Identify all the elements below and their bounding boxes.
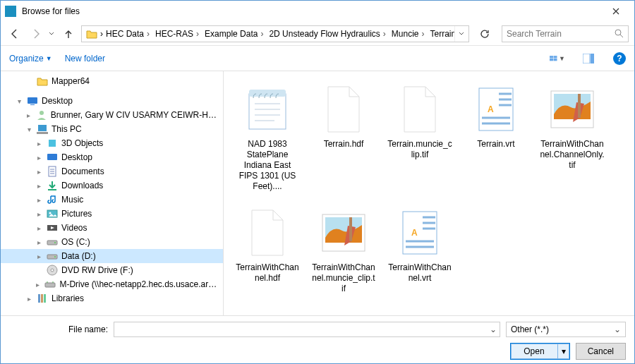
file-item[interactable]: ATerrainWithChannel.vrt — [385, 203, 455, 297]
expand-icon[interactable]: ▸ — [35, 196, 43, 204]
crumb[interactable]: 2D Unsteady Flow Hydraulics› — [266, 26, 388, 42]
tree-label: 3D Objects — [61, 138, 103, 148]
expand-icon[interactable]: ▸ — [25, 295, 33, 303]
file-label: NAD 1983 StatePlane Indiana East FIPS 13… — [235, 139, 300, 192]
tree-label: Desktop — [42, 96, 73, 106]
breadcrumb-dropdown[interactable] — [454, 26, 467, 42]
tree-item[interactable]: ▸3D Objects — [1, 136, 223, 150]
svg-point-0 — [615, 30, 621, 35]
drive-icon — [47, 250, 58, 262]
chevron-icon: › — [422, 29, 425, 39]
refresh-button[interactable] — [476, 25, 493, 42]
crumb[interactable]: Muncie› — [389, 26, 428, 42]
filename-input[interactable] — [117, 324, 490, 334]
breadcrumb-bar[interactable]: › HEC Data›HEC-RAS›Example Data›2D Unste… — [81, 25, 469, 42]
body: Mapper64▾Desktop▸Brunner, Gary W CIV USA… — [1, 71, 634, 315]
file-item[interactable]: ATerrain.vrt — [461, 80, 531, 195]
filename-combo[interactable]: ⌄ — [114, 322, 500, 337]
tree-item[interactable]: ▸Brunner, Gary W CIV USARMY CEIWR-HEC (U… — [1, 108, 223, 122]
image-thumb — [545, 83, 599, 136]
preview-pane-button[interactable] — [581, 51, 596, 66]
expand-icon[interactable]: ▸ — [35, 140, 43, 147]
tree-item[interactable]: ▸Downloads — [1, 178, 223, 193]
chevron-down-icon: ⌄ — [614, 324, 621, 334]
tree-item[interactable]: ▸M-Drive (\\hec-netapp2.hec.ds.usace.arm… — [1, 277, 223, 291]
tree-pane[interactable]: Mapper64▾Desktop▸Brunner, Gary W CIV USA… — [1, 71, 224, 315]
tree-label: Libraries — [52, 293, 84, 303]
open-button[interactable]: Open ▾ — [510, 343, 569, 360]
file-item[interactable]: Terrain.muncie_clip.tif — [385, 80, 455, 195]
up-button[interactable] — [60, 25, 77, 42]
expand-icon[interactable]: ▸ — [35, 154, 43, 162]
tree-label: Desktop — [61, 152, 92, 162]
back-button[interactable] — [6, 25, 23, 42]
tree-item[interactable]: ▸Libraries — [1, 291, 223, 305]
tree-item[interactable]: Mapper64 — [1, 74, 223, 88]
organize-menu[interactable]: Organize▼ — [9, 54, 52, 63]
tree-label: Videos — [61, 223, 87, 233]
file-item[interactable]: NAD 1983 StatePlane Indiana East FIPS 13… — [232, 80, 303, 195]
file-item[interactable]: TerrainWithChannel.muncie_clip.tif — [308, 203, 379, 297]
expand-icon[interactable]: ▾ — [15, 97, 23, 105]
svg-rect-11 — [37, 132, 48, 134]
svg-rect-6 — [591, 54, 594, 63]
window-title: Browse for files — [22, 6, 602, 16]
file-item[interactable]: Terrain.hdf — [308, 80, 379, 195]
expand-icon[interactable]: ▸ — [35, 224, 43, 232]
crumb[interactable]: Example Data› — [202, 26, 266, 42]
vrt-thumb: A — [393, 206, 447, 260]
notepad-thumb — [241, 83, 294, 136]
tree-item[interactable]: ▸Music — [1, 193, 223, 207]
expand-icon[interactable]: ▸ — [35, 210, 43, 218]
search-input[interactable] — [507, 29, 615, 39]
tree-label: DVD RW Drive (F:) — [61, 265, 133, 275]
tree-item[interactable]: ▸Pictures — [1, 207, 223, 221]
tree-item[interactable]: ▾Desktop — [1, 94, 223, 108]
crumb[interactable]: HEC-RAS› — [152, 26, 202, 42]
content-pane[interactable]: NAD 1983 StatePlane Indiana East FIPS 13… — [224, 71, 634, 315]
search-box[interactable] — [502, 25, 629, 42]
expand-icon[interactable]: ▸ — [35, 168, 43, 176]
new-folder-button[interactable]: New folder — [65, 54, 105, 63]
tree-item[interactable]: ▸OS (C:) — [1, 235, 223, 249]
tree-item[interactable]: DVD RW Drive (F:) — [1, 263, 223, 277]
filter-value: Other (*.*) — [511, 324, 549, 334]
crumb-label: 2D Unsteady Flow Hydraulics — [269, 29, 380, 39]
expand-icon[interactable]: ▸ — [25, 111, 32, 119]
tree-item[interactable]: ▾This PC — [1, 122, 223, 136]
footer: File name: ⌄ Other (*.*) ⌄ Open ▾ Cancel — [1, 315, 634, 364]
tree-item[interactable]: ▸Videos — [1, 221, 223, 235]
open-dropdown[interactable]: ▾ — [558, 346, 569, 356]
svg-rect-5 — [583, 54, 590, 63]
crumb-label: Terrain — [430, 29, 455, 39]
svg-rect-15 — [48, 189, 56, 190]
file-item[interactable]: TerrainWithChannel.hdf — [232, 203, 303, 297]
tree-item[interactable]: ▸Desktop — [1, 150, 223, 164]
file-item[interactable]: TerrainWithChannel.ChannelOnly.tif — [537, 80, 607, 195]
forward-button[interactable] — [28, 25, 44, 42]
file-label: Terrain.hdf — [311, 139, 376, 150]
drive-icon — [47, 236, 58, 248]
recent-dropdown[interactable] — [49, 32, 56, 36]
expand-icon[interactable]: ▸ — [35, 182, 43, 190]
blank-thumb — [241, 206, 294, 260]
expand-icon[interactable]: ▸ — [35, 253, 43, 260]
close-button[interactable] — [602, 1, 630, 22]
svg-text:A: A — [488, 104, 494, 114]
cancel-button[interactable]: Cancel — [576, 343, 626, 360]
help-button[interactable]: ? — [613, 52, 626, 65]
crumb-label: Example Data — [205, 29, 258, 39]
file-type-filter[interactable]: Other (*.*) ⌄ — [506, 322, 626, 337]
expand-icon[interactable]: ▾ — [25, 126, 33, 133]
svg-point-9 — [40, 111, 44, 115]
svg-rect-1 — [550, 56, 553, 58]
crumb[interactable]: Terrain› — [428, 26, 455, 42]
tree-item[interactable]: ▸Documents — [1, 164, 223, 178]
expand-icon[interactable]: ▸ — [35, 281, 41, 289]
app-icon — [5, 6, 16, 17]
expand-icon[interactable]: ▸ — [35, 238, 43, 246]
crumb[interactable]: HEC Data› — [103, 26, 152, 42]
tree-item[interactable]: ▸Data (D:) — [1, 249, 223, 263]
view-mode-button[interactable]: ▼ — [550, 51, 565, 66]
chevron-down-icon[interactable]: ⌄ — [490, 324, 497, 334]
